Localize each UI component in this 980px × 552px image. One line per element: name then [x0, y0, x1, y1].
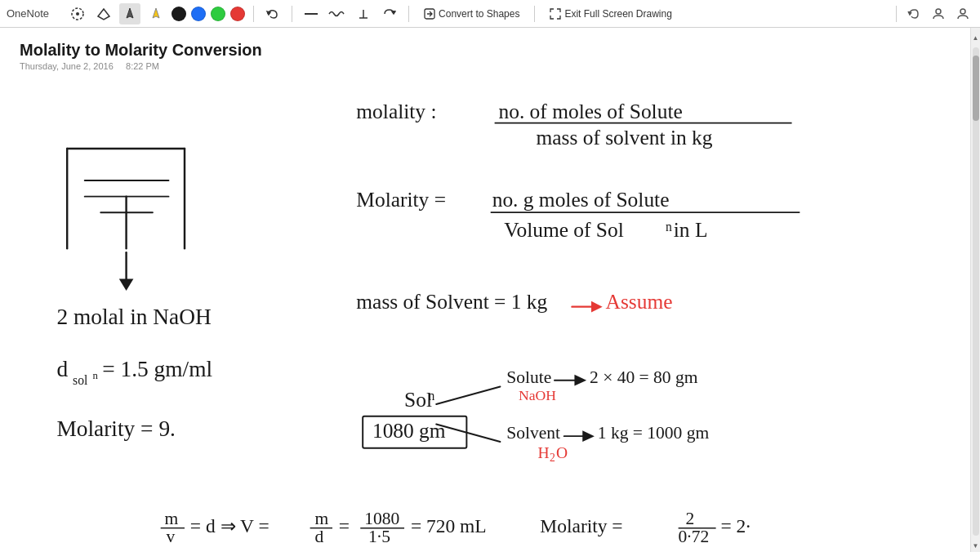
svg-marker-72 — [582, 430, 595, 442]
color-green[interactable] — [211, 7, 225, 21]
scrollbar[interactable]: ▲ ▼ — [970, 28, 980, 552]
svg-text:=: = — [339, 515, 350, 536]
svg-point-11 — [936, 9, 941, 14]
svg-text:= 1.5 gm/ml: = 1.5 gm/ml — [102, 357, 212, 381]
svg-text:2 × 40 = 80 gm: 2 × 40 = 80 gm — [590, 367, 698, 387]
svg-marker-5 — [267, 11, 270, 15]
separator-4 — [534, 6, 535, 22]
svg-text:d: d — [314, 527, 323, 546]
toolbar: OneNote — [0, 0, 980, 28]
svg-text:mass of solvent in kg: mass of solvent in kg — [536, 126, 712, 149]
eraser-tool[interactable] — [93, 3, 114, 24]
svg-text:Molarity =: Molarity = — [356, 188, 446, 211]
svg-text:molality :: molality : — [356, 100, 436, 123]
svg-text:Assume: Assume — [606, 290, 673, 314]
svg-point-12 — [960, 9, 965, 14]
svg-marker-8 — [392, 11, 395, 14]
lasso-tool[interactable] — [67, 3, 88, 24]
svg-marker-2 — [98, 9, 109, 20]
page-date: Thursday, June 2, 2016 — [20, 61, 114, 71]
separator-2 — [292, 6, 292, 22]
svg-text:d: d — [56, 357, 68, 381]
user-icon-2[interactable] — [952, 3, 973, 24]
svg-text:= d  ⇒  V =: = d ⇒ V = — [190, 515, 270, 536]
svg-text:H: H — [537, 444, 549, 461]
color-black[interactable] — [172, 7, 186, 21]
exit-fullscreen-button[interactable]: Exit Full Screen Drawing — [543, 6, 678, 22]
svg-text:Molarity = 9.: Molarity = 9. — [56, 416, 175, 441]
separator-5 — [896, 6, 897, 22]
stroke-line[interactable] — [301, 3, 322, 24]
handwriting-canvas: 2 molal in NaOH d sol n = 1.5 gm/ml Mola… — [0, 73, 960, 552]
svg-text:1080: 1080 — [364, 509, 399, 528]
svg-marker-21 — [119, 278, 134, 291]
svg-text:Solute: Solute — [506, 367, 551, 387]
svg-point-1 — [76, 12, 79, 16]
svg-text:2: 2 — [550, 452, 555, 464]
svg-text:Solvent: Solvent — [506, 423, 560, 443]
svg-text:in L: in L — [674, 218, 708, 242]
convert-shapes-button[interactable]: Convert to Shapes — [417, 6, 526, 22]
svg-text:= 2·: = 2· — [720, 515, 751, 536]
convert-shapes-label: Convert to Shapes — [439, 8, 519, 20]
svg-marker-3 — [127, 8, 133, 18]
color-blue[interactable] — [191, 7, 206, 21]
svg-text:no. g moles of Solute: no. g moles of Solute — [492, 188, 670, 211]
svg-text:m: m — [165, 509, 179, 528]
color-red[interactable] — [230, 7, 245, 21]
note-content[interactable]: Molality to Molarity Conversion Thursday… — [0, 28, 970, 552]
svg-text:n: n — [666, 220, 672, 234]
svg-text:sol: sol — [73, 373, 88, 387]
svg-text:O: O — [556, 444, 568, 461]
svg-marker-67 — [574, 375, 586, 386]
exit-fullscreen-label: Exit Full Screen Drawing — [564, 8, 671, 20]
svg-text:1 kg = 1000 gm: 1 kg = 1000 gm — [598, 423, 710, 443]
svg-text:v: v — [167, 527, 176, 546]
main-area: Molality to Molarity Conversion Thursday… — [0, 28, 980, 552]
svg-text:1·5: 1·5 — [368, 527, 390, 546]
toolbar-right — [893, 3, 973, 24]
scroll-up[interactable]: ▲ — [972, 31, 980, 44]
svg-text:2 molal in NaOH: 2 molal in NaOH — [56, 305, 211, 329]
svg-text:m: m — [314, 509, 328, 528]
svg-text:n: n — [428, 389, 434, 403]
undo-button[interactable] — [903, 3, 924, 24]
svg-text:NaOH: NaOH — [519, 387, 556, 403]
rotate-tool[interactable] — [379, 3, 400, 24]
svg-text:0·72: 0·72 — [679, 527, 710, 546]
scroll-track[interactable] — [973, 47, 979, 536]
svg-line-63 — [436, 386, 500, 404]
app-title: OneNote — [7, 7, 49, 20]
svg-text:1080 gm: 1080 gm — [372, 419, 446, 443]
scroll-down[interactable]: ▼ — [972, 539, 980, 552]
svg-text:Molarity =: Molarity = — [540, 515, 622, 536]
svg-text:n: n — [93, 370, 99, 381]
separator-3 — [408, 6, 409, 22]
stroke-wave[interactable] — [327, 3, 348, 24]
svg-text:= 720 mL: = 720 mL — [411, 515, 487, 536]
undo-tool[interactable] — [262, 3, 283, 24]
separator-1 — [253, 6, 254, 22]
page-time: 8:22 PM — [126, 61, 159, 71]
highlighter-tool[interactable] — [145, 3, 167, 24]
svg-text:2: 2 — [685, 509, 694, 528]
svg-text:mass of Solvent = 1 kg: mass of Solvent = 1 kg — [356, 290, 547, 314]
svg-marker-57 — [591, 301, 603, 313]
svg-marker-4 — [153, 8, 159, 18]
svg-text:no. of moles of Solute: no. of moles of Solute — [499, 100, 683, 123]
svg-text:Volume of Sol: Volume of Sol — [504, 218, 623, 242]
page-title: Molality to Molarity Conversion — [20, 41, 951, 60]
user-icon[interactable] — [928, 3, 949, 24]
scroll-thumb[interactable] — [973, 56, 979, 121]
stroke-perp[interactable] — [353, 3, 374, 24]
svg-line-64 — [436, 424, 500, 442]
pen-tool[interactable] — [119, 3, 140, 24]
page-meta: Thursday, June 2, 2016 8:22 PM — [20, 61, 951, 71]
